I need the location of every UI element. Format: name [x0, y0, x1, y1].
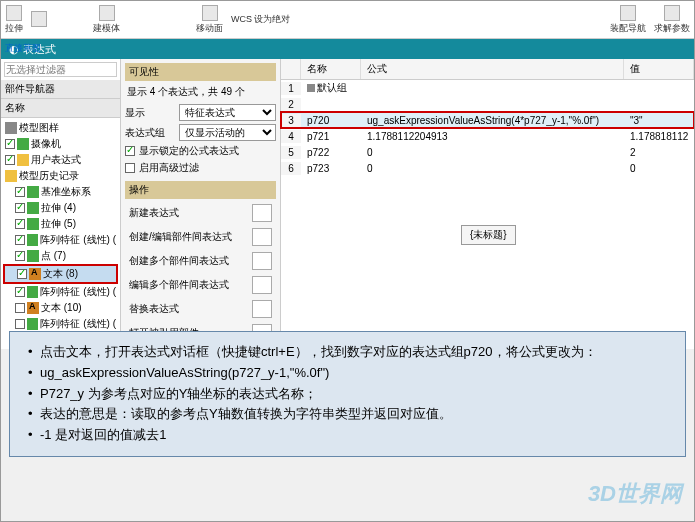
untitled-button[interactable]: {未标题} [461, 225, 516, 245]
action-item[interactable]: 编辑多个部件间表达式 [125, 273, 276, 297]
table-row[interactable]: 5p72202 [281, 144, 694, 160]
table-row[interactable]: 6p72300 [281, 160, 694, 176]
tree-item-label: 用户表达式 [31, 153, 81, 167]
text-icon [27, 302, 39, 314]
tree-item-label: 摄像机 [31, 137, 61, 151]
tree-item[interactable]: 模型图样 [3, 120, 118, 136]
tree-item[interactable]: 摄像机 [3, 136, 118, 152]
enable-filter-label: 启用高级过滤 [139, 161, 199, 175]
table-row[interactable]: 2 [281, 96, 694, 112]
tree-item-label: 文本 (10) [41, 301, 82, 315]
name-column-header[interactable]: 名称 [1, 99, 120, 118]
ribbon-item[interactable]: WCS 设为绝对 [231, 13, 291, 26]
tree-checkbox[interactable] [5, 155, 15, 165]
ribbon-item[interactable]: 移动面 [196, 5, 223, 35]
tree-item[interactable]: 阵列特征 (线性) ( [3, 232, 118, 248]
green-icon [27, 202, 39, 214]
ribbon-item[interactable]: 求解参数 [654, 5, 690, 35]
show-locked-checkbox[interactable] [125, 146, 135, 156]
tree-item-label: 拉伸 (5) [41, 217, 76, 231]
tree-checkbox[interactable] [15, 319, 25, 329]
right-panel: 名称 公式 值 1 默认组 23p720ug_askExpressionValu… [281, 59, 694, 349]
filter-input[interactable] [4, 62, 117, 77]
instruction-item: -1 是对返回的值减去1 [24, 425, 671, 446]
tree-item[interactable]: 拉伸 (5) [3, 216, 118, 232]
action-icon [252, 252, 272, 270]
ribbon-item[interactable]: 建模体 [93, 5, 120, 35]
folder-icon [17, 154, 29, 166]
green-icon [27, 286, 39, 298]
th-formula[interactable]: 公式 [361, 59, 624, 79]
tree-item-label: 阵列特征 (线性) ( [40, 233, 116, 247]
instruction-item: 表达的意思是：读取的参考点Y轴数值转换为字符串类型并返回对应值。 [24, 404, 671, 425]
tree-checkbox[interactable] [15, 187, 25, 197]
folder-icon [5, 170, 17, 182]
show-count: 显示 4 个表达式，共 49 个 [125, 83, 276, 101]
tree-checkbox[interactable] [15, 219, 25, 229]
display-label: 显示 [125, 106, 175, 120]
tree-item[interactable]: 点 (7) [3, 248, 118, 264]
table-row[interactable]: 4p7211.17881122049131.178818112 [281, 128, 694, 144]
ribbon-toolbar: 拉伸 建模体 移动面 WCS 设为绝对 装配导航 求解参数 [1, 1, 694, 39]
action-item[interactable]: 创建/编辑部件间表达式 [125, 225, 276, 249]
ribbon-item[interactable]: 装配导航 [610, 5, 646, 35]
group-select[interactable]: 仅显示活动的 [179, 124, 276, 141]
actions-section: 操作 [125, 181, 276, 199]
tree-item-label: 点 (7) [41, 249, 66, 263]
tree-item-label: 文本 (8) [43, 267, 78, 281]
tree-checkbox[interactable] [15, 235, 25, 245]
instruction-item: ug_askExpressionValueAsString(p727_y-1,"… [24, 363, 671, 384]
left-panel: 部件导航器 名称 模型图样摄像机用户表达式模型历史记录基准坐标系拉伸 (4)拉伸… [1, 59, 121, 349]
green-icon [27, 234, 39, 246]
tree-checkbox[interactable] [15, 251, 25, 261]
tree-item[interactable]: 拉伸 (4) [3, 200, 118, 216]
action-icon [252, 276, 272, 294]
nav-header: 部件导航器 [1, 80, 120, 99]
th-value[interactable]: 值 [624, 59, 694, 79]
table-row[interactable]: 3p720ug_askExpressionValueAsString(4*p72… [281, 112, 694, 128]
tree-checkbox[interactable] [15, 303, 25, 313]
ribbon-item[interactable] [31, 11, 47, 28]
action-item[interactable]: 替换表达式 [125, 297, 276, 321]
tree-item-label: 阵列特征 (线性) ( [40, 317, 116, 331]
display-select[interactable]: 特征表达式 [179, 104, 276, 121]
tree-checkbox[interactable] [15, 203, 25, 213]
direct-sketch-label[interactable]: 直接草图 [5, 42, 41, 55]
instruction-item: P727_y 为参考点对应的Y轴坐标的表达式名称； [24, 384, 671, 405]
green-icon [27, 318, 39, 330]
text-icon [29, 268, 41, 280]
th-name[interactable]: 名称 [301, 59, 361, 79]
action-icon [252, 204, 272, 222]
action-item[interactable]: 新建表达式 [125, 201, 276, 225]
green-icon [27, 250, 39, 262]
tree-item-label: 阵列特征 (线性) ( [40, 285, 116, 299]
tree-item[interactable]: 模型历史记录 [3, 168, 118, 184]
mid-panel: 可见性 显示 4 个表达式，共 49 个 显示 特征表达式 表达式组 仅显示活动… [121, 59, 281, 349]
tree-checkbox[interactable] [15, 287, 25, 297]
tree-item-label: 基准坐标系 [41, 185, 91, 199]
tree-checkbox[interactable] [5, 139, 15, 149]
instruction-item: 点击文本，打开表达式对话框（快捷键ctrl+E），找到数字对应的表达式组p720… [24, 342, 671, 363]
green-icon [27, 186, 39, 198]
tree-item[interactable]: 用户表达式 [3, 152, 118, 168]
tree-item[interactable]: 文本 (8) [3, 264, 118, 284]
model-tree: 模型图样摄像机用户表达式模型历史记录基准坐标系拉伸 (4)拉伸 (5)阵列特征 … [1, 118, 120, 334]
tree-item[interactable]: 基准坐标系 [3, 184, 118, 200]
enable-filter-checkbox[interactable] [125, 163, 135, 173]
action-item[interactable]: 创建多个部件间表达式 [125, 249, 276, 273]
tree-checkbox[interactable] [17, 269, 27, 279]
model-icon [5, 122, 17, 134]
expression-tab-bar: 直接草图 ◐ 表达式 [1, 39, 694, 59]
group-label: 表达式组 [125, 126, 175, 140]
action-icon [252, 300, 272, 318]
th-num[interactable] [281, 59, 301, 79]
tree-item[interactable]: 阵列特征 (线性) ( [3, 284, 118, 300]
ribbon-item[interactable]: 拉伸 [5, 5, 23, 35]
visibility-section: 可见性 [125, 63, 276, 81]
tree-item-label: 模型图样 [19, 121, 59, 135]
default-group-row[interactable]: 默认组 [301, 80, 361, 96]
lock-icon [307, 84, 315, 92]
tree-item[interactable]: 文本 (10) [3, 300, 118, 316]
tree-item[interactable]: 阵列特征 (线性) ( [3, 316, 118, 332]
table-header: 名称 公式 值 [281, 59, 694, 80]
